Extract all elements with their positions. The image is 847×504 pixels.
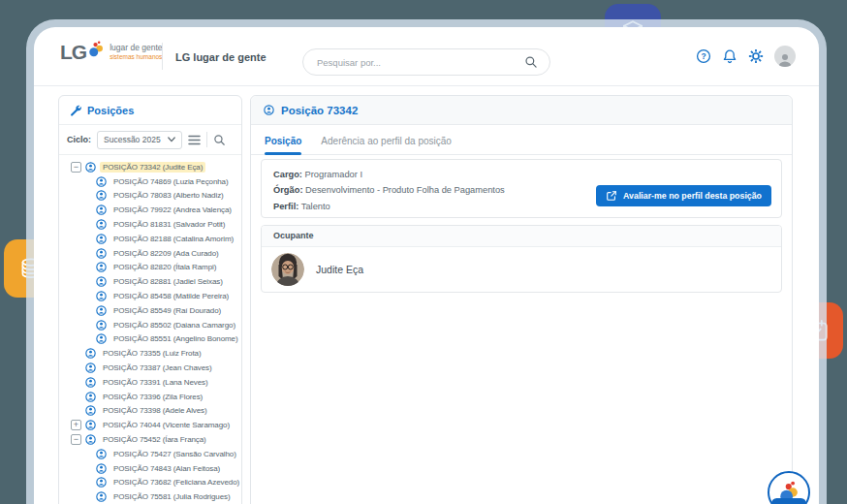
tree-item[interactable]: POSIÇÃO 81831 (Salvador Potit) <box>59 217 241 232</box>
position-icon <box>96 449 107 459</box>
help-icon[interactable]: ? <box>696 48 711 64</box>
position-icon <box>96 305 107 316</box>
tree-item-label: POSIÇÃO 85549 (Raí Dourado) <box>110 305 224 316</box>
tree-item[interactable]: POSIÇÃO 82188 (Catalina Amorim) <box>59 232 241 246</box>
global-search[interactable] <box>302 48 550 76</box>
field-orgao-value: Desenvolvimento - Produto Folha de Pagam… <box>305 185 505 195</box>
field-cargo-value: Programador I <box>305 170 362 179</box>
position-detail-header: Posição 73342 <box>251 96 792 125</box>
settings-gear-icon[interactable] <box>748 48 764 64</box>
assess-profile-button-label: Avaliar-me no perfil desta posição <box>623 191 762 201</box>
search-input[interactable] <box>315 56 524 69</box>
tree-item[interactable]: POSIÇÃO 79922 (Andrea Valença) <box>59 203 241 217</box>
tree-item-label: POSIÇÃO 82820 (Ítala Rampi) <box>110 262 219 272</box>
notifications-icon[interactable] <box>722 48 737 64</box>
field-cargo-label: Cargo: <box>273 170 302 179</box>
brand-logo-text: lugar de gente sistemas humanos <box>110 44 162 60</box>
tree-item[interactable]: POSIÇÃO 82820 (Ítala Rampi) <box>59 261 241 275</box>
position-icon <box>85 392 96 402</box>
occupant-avatar[interactable] <box>271 253 304 286</box>
tree-item[interactable]: POSIÇÃO 74869 (Luzia Peçonha) <box>59 174 241 189</box>
expander-icon[interactable]: − <box>71 162 81 173</box>
tree-item-label: POSIÇÃO 85458 (Matilde Pereira) <box>110 291 232 301</box>
tree-item[interactable]: POSIÇÃO 85502 (Daiana Camargo) <box>59 318 241 332</box>
position-icon <box>96 320 107 331</box>
tree-item-label: POSIÇÃO 82188 (Catalina Amorim) <box>110 234 236 244</box>
tree-item-label: POSIÇÃO 82209 (Ada Curado) <box>110 248 222 259</box>
tree-item-label: POSIÇÃO 73387 (Jean Chaves) <box>100 362 214 373</box>
position-icon <box>96 248 107 259</box>
cycle-label: Ciclo: <box>67 135 91 144</box>
occupant-card-body: Judite Eça <box>262 247 781 292</box>
occupant-card-header: Ocupante <box>262 226 781 247</box>
tree-item[interactable]: −POSIÇÃO 75452 (Íara França) <box>59 432 241 447</box>
tree-item[interactable]: POSIÇÃO 85458 (Matilde Pereira) <box>59 289 241 303</box>
detail-tabs: Posição Aderência ao perfil da posição <box>251 125 792 155</box>
tree-item[interactable]: POSIÇÃO 74843 (Alan Feitosa) <box>59 461 241 476</box>
expander-icon[interactable]: + <box>71 420 81 430</box>
cycle-select[interactable]: Sucessão 2025 <box>97 131 182 149</box>
cycle-select-value: Sucessão 2025 <box>104 135 161 144</box>
wrench-icon <box>70 105 81 116</box>
help-widget-label[interactable] <box>771 498 806 504</box>
tree-item[interactable]: POSIÇÃO 82881 (Jadiel Seixas) <box>59 274 241 289</box>
list-view-icon[interactable] <box>188 135 201 145</box>
search-icon[interactable] <box>524 55 538 69</box>
tree-item[interactable]: POSIÇÃO 75427 (Sansão Carvalho) <box>59 447 241 461</box>
occupant-avatar-photo <box>271 253 304 286</box>
position-icon <box>96 291 107 301</box>
position-detail-panel: Posição 73342 Posição Aderência ao perfi… <box>250 95 793 504</box>
field-cargo: Cargo: Programador I <box>273 167 769 182</box>
tree-item[interactable]: POSIÇÃO 73387 (Jean Chaves) <box>59 361 241 375</box>
position-icon <box>264 105 274 115</box>
tree-item[interactable]: POSIÇÃO 73682 (Feliciana Azevedo) <box>59 476 241 490</box>
user-silhouette-icon <box>777 52 793 67</box>
position-icon <box>96 491 107 502</box>
tree-item[interactable]: POSIÇÃO 73355 (Luiz Frota) <box>59 346 241 361</box>
tab-aderencia[interactable]: Aderência ao perfil da posição <box>321 136 452 154</box>
brand-logo-dots-icon <box>87 39 105 60</box>
tree-item-label: POSIÇÃO 73398 (Adele Alves) <box>100 405 210 416</box>
tree-item-label: POSIÇÃO 73355 (Luiz Frota) <box>100 348 204 359</box>
tree-item-label: POSIÇÃO 74869 (Luzia Peçonha) <box>110 176 232 187</box>
tree-item[interactable]: POSIÇÃO 85549 (Raí Dourado) <box>59 303 241 318</box>
tree-item[interactable]: POSIÇÃO 75581 (Julia Rodrigues) <box>59 489 241 504</box>
header-divider <box>162 43 163 70</box>
position-icon <box>85 420 96 430</box>
position-icon <box>96 176 107 187</box>
field-orgao-label: Órgão: <box>273 185 302 195</box>
tree-search-icon[interactable] <box>213 134 226 146</box>
position-icon <box>96 477 107 488</box>
sidebar-title-label: Posições <box>87 105 134 116</box>
position-info-card: Cargo: Programador I Órgão: Desenvolvime… <box>261 159 782 218</box>
occupant-name: Judite Eça <box>316 264 363 275</box>
position-icon <box>96 219 107 230</box>
position-icon <box>85 162 96 173</box>
screen: LG lugar de gente sistemas humanos LG lu… <box>0 0 847 504</box>
tree-item[interactable]: POSIÇÃO 73391 (Lana Neves) <box>59 375 241 390</box>
assess-profile-button[interactable]: Avaliar-me no perfil desta posição <box>596 185 771 206</box>
tree-item-label: POSIÇÃO 75452 (Íara França) <box>100 434 209 445</box>
expander-icon[interactable]: − <box>71 434 81 445</box>
tree-item[interactable]: −POSIÇÃO 73342 (Judite Eça) <box>59 160 241 174</box>
tree-item-label: POSIÇÃO 73396 (Zila Flores) <box>100 392 205 402</box>
tree-item[interactable]: POSIÇÃO 85551 (Angelino Bonome) <box>59 332 241 347</box>
tree-item-label: POSIÇÃO 82881 (Jadiel Seixas) <box>110 276 226 287</box>
tree-item-label: POSIÇÃO 85551 (Angelino Bonome) <box>110 333 241 344</box>
position-icon <box>96 190 107 201</box>
tree-item[interactable]: POSIÇÃO 73396 (Zila Flores) <box>59 390 241 404</box>
tree-item[interactable]: POSIÇÃO 73398 (Adele Alves) <box>59 404 241 419</box>
field-perfil-value: Talento <box>301 202 330 211</box>
tab-posicao[interactable]: Posição <box>265 136 301 154</box>
field-perfil-label: Perfil: <box>273 202 298 211</box>
tree-item[interactable]: POSIÇÃO 82209 (Ada Curado) <box>59 246 241 261</box>
tree-item[interactable]: +POSIÇÃO 74044 (Vicente Saramago) <box>59 418 241 432</box>
svg-text:?: ? <box>701 51 706 61</box>
position-icon <box>85 434 96 445</box>
tree-item-label: POSIÇÃO 73391 (Lana Neves) <box>100 377 211 388</box>
user-avatar[interactable] <box>774 46 796 67</box>
top-bar: LG lugar de gente sistemas humanos LG lu… <box>34 27 819 86</box>
tree-item[interactable]: POSIÇÃO 78083 (Alberto Nadiz) <box>59 189 241 204</box>
brand-tagline: lugar de gente <box>110 44 162 53</box>
position-icon <box>96 276 107 287</box>
